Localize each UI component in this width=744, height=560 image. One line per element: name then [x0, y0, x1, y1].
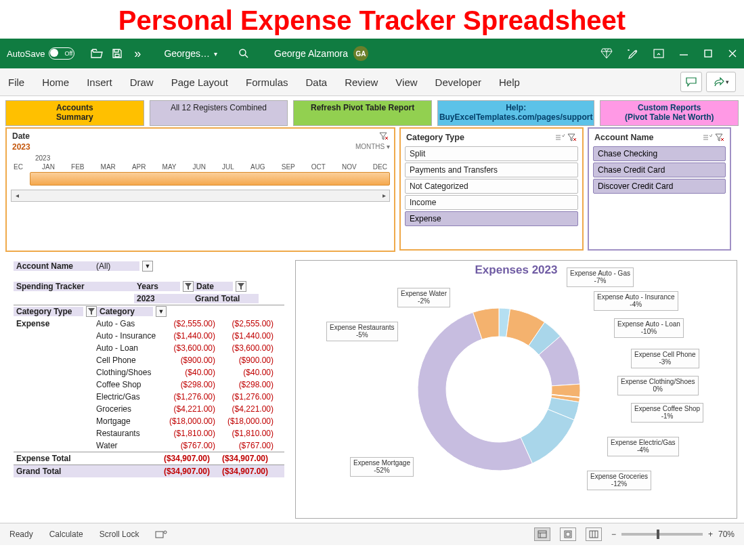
tab-view[interactable]: View: [395, 77, 417, 88]
month-dec[interactable]: DEC: [373, 163, 387, 171]
month-oct[interactable]: OCT: [311, 163, 326, 171]
doc-name-text: Georges…: [164, 48, 210, 59]
zoom-control[interactable]: − + 70%: [611, 530, 735, 539]
tab-file[interactable]: File: [8, 77, 24, 88]
tab-insert[interactable]: Insert: [87, 77, 112, 88]
save-icon[interactable]: [107, 48, 127, 59]
view-page-layout[interactable]: [560, 527, 576, 541]
scroll-right-icon[interactable]: ▸: [378, 192, 389, 199]
slicer-item[interactable]: Chase Credit Card: [593, 163, 726, 177]
pivot-row: Auto - Loan($3,600.00)($3,600.00): [14, 342, 284, 354]
clear-filter-icon[interactable]: [567, 133, 577, 142]
coming-soon-icon[interactable]: [628, 48, 638, 59]
view-normal[interactable]: [534, 527, 550, 541]
timeline-title: Date: [12, 131, 30, 141]
month-jan[interactable]: JAN: [42, 163, 55, 171]
slicer-item[interactable]: Payments and Transfers: [405, 163, 578, 177]
user-account[interactable]: George Alzamora GA: [274, 46, 368, 61]
slicer-category-type[interactable]: Category Type SplitPayments and Transfer…: [399, 127, 584, 251]
zoom-slider[interactable]: [621, 533, 703, 536]
more-icon[interactable]: »: [127, 47, 148, 61]
tab-home[interactable]: Home: [42, 77, 69, 88]
comments-button[interactable]: [680, 72, 702, 92]
slicer-title: Category Type: [406, 133, 464, 142]
nav-tabs: AccountsSummaryAll 12 Registers Combined…: [0, 96, 744, 127]
clear-filter-icon[interactable]: [379, 131, 389, 141]
donut-chart[interactable]: Expenses 2023 Expense Water-2%Expense Au…: [295, 260, 737, 519]
chart-label: Expense Coffee Shop-1%: [631, 403, 703, 423]
slicer-item[interactable]: Chase Checking: [593, 146, 726, 161]
svg-rect-12: [590, 531, 598, 538]
open-icon[interactable]: [87, 49, 107, 58]
slicer-item[interactable]: Not Categorized: [405, 179, 578, 194]
chart-label: Expense Restaurants-5%: [326, 322, 398, 341]
month-aug[interactable]: AUG: [250, 163, 265, 171]
tab-developer[interactable]: Developer: [435, 77, 481, 88]
years-filter-icon[interactable]: [183, 281, 194, 292]
timeline-slicer[interactable]: Date 2023 MONTHS ▾ 2023 ECJANFEBMARAPRMA…: [5, 127, 395, 252]
pivot-year-col: 2023: [134, 294, 192, 303]
navtab-2[interactable]: Refresh Pivot Table Report: [293, 100, 432, 126]
tab-data[interactable]: Data: [305, 77, 327, 88]
filter-dropdown[interactable]: ▼: [142, 261, 153, 272]
share-button[interactable]: ▾: [706, 72, 736, 92]
svg-rect-5: [156, 532, 163, 538]
zoom-out[interactable]: −: [611, 530, 616, 539]
pivot-row: Mortgage($18,000.00)($18,000.00): [14, 415, 284, 427]
navtab-3[interactable]: Help:BuyExcelTemplates.com/pages/support: [437, 100, 595, 126]
navtab-4[interactable]: Custom Reports(Pivot Table Net Worth): [600, 100, 739, 126]
minimize-icon[interactable]: [679, 49, 688, 58]
sb-scroll-lock: Scroll Lock: [100, 530, 139, 539]
toggle-switch[interactable]: Off: [49, 47, 74, 60]
pivot-cat-header: Category Type: [14, 307, 83, 316]
pivot-row: Auto - Insurance($1,440.00)($1,440.00): [14, 330, 284, 342]
search-icon[interactable]: [234, 48, 254, 59]
zoom-in[interactable]: +: [708, 530, 713, 539]
clear-filter-icon[interactable]: [715, 133, 724, 142]
month-jul[interactable]: JUL: [222, 163, 234, 171]
multiselect-icon[interactable]: [555, 133, 565, 142]
navtab-1[interactable]: All 12 Registers Combined: [150, 100, 288, 126]
month-feb[interactable]: FEB: [71, 163, 84, 171]
tab-draw[interactable]: Draw: [130, 77, 154, 88]
tab-help[interactable]: Help: [499, 77, 520, 88]
view-page-break[interactable]: [586, 527, 602, 541]
multiselect-icon[interactable]: [703, 133, 712, 142]
month-nov[interactable]: NOV: [342, 163, 357, 171]
macro-record-icon[interactable]: [155, 530, 167, 539]
month-mar[interactable]: MAR: [101, 163, 116, 171]
ribbon-mode-icon[interactable]: [653, 49, 664, 58]
pivot-table[interactable]: Account Name (All) ▼ Spending Tracker Ye…: [14, 260, 284, 519]
slicer-item[interactable]: Income: [405, 195, 578, 210]
autosave-toggle[interactable]: AutoSave Off: [7, 47, 74, 60]
tab-page-layout[interactable]: Page Layout: [171, 77, 228, 88]
user-name: George Alzamora: [274, 48, 348, 59]
chevron-down-icon: ▾: [214, 50, 217, 58]
maximize-icon[interactable]: [703, 49, 713, 58]
navtab-0[interactable]: AccountsSummary: [5, 100, 144, 126]
diamond-icon[interactable]: [600, 48, 613, 59]
slicer-item[interactable]: Discover Credit Card: [593, 179, 726, 194]
slicer-account-name[interactable]: Account Name Chase CheckingChase Credit …: [588, 127, 731, 251]
month-apr[interactable]: APR: [132, 163, 146, 171]
timeline-scrollbar[interactable]: ◂ ▸: [11, 190, 390, 202]
chart-label: Expense Auto - Insurance-4%: [594, 291, 678, 311]
sub-dropdown[interactable]: ▼: [156, 306, 167, 317]
month-jun[interactable]: JUN: [193, 163, 206, 171]
slicer-item[interactable]: Expense: [405, 211, 578, 226]
pivot-gt-col: Grand Total: [192, 294, 259, 303]
slicer-item[interactable]: Split: [405, 146, 578, 161]
month-sep[interactable]: SEP: [282, 163, 295, 171]
tab-formulas[interactable]: Formulas: [246, 77, 288, 88]
svg-point-0: [240, 49, 246, 56]
timeline-bar[interactable]: [30, 172, 390, 186]
close-icon[interactable]: [728, 49, 737, 58]
document-name[interactable]: Georges… ▾: [164, 48, 217, 59]
scroll-left-icon[interactable]: ◂: [12, 192, 22, 199]
date-filter-icon[interactable]: [236, 281, 246, 292]
tab-review[interactable]: Review: [345, 77, 378, 88]
cat-filter-icon[interactable]: [86, 306, 97, 317]
pivot-header-spending: Spending Tracker: [14, 282, 134, 291]
month-may[interactable]: MAY: [162, 163, 177, 171]
timeline-granularity[interactable]: MONTHS ▾: [355, 143, 390, 150]
